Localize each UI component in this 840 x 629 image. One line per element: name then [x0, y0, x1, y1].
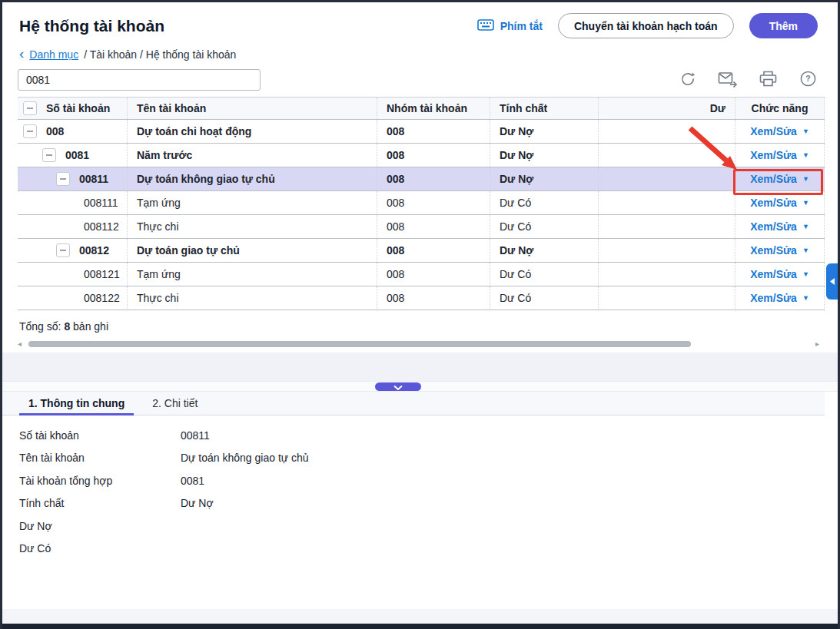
account-number: 00812: [79, 244, 109, 257]
collapse-all-toggle[interactable]: [23, 101, 37, 115]
minus-icon: [46, 154, 52, 156]
horizontal-scrollbar[interactable]: ◂ ▸: [18, 340, 822, 348]
minus-icon: [27, 108, 33, 109]
detail-field-row: Tên tài khoảnDự toán không giao tự chủ: [19, 447, 838, 470]
column-header-label: Dư: [710, 102, 725, 114]
detail-fields: Số tài khoản00811Tên tài khoảnDự toán kh…: [2, 415, 838, 560]
collapse-detail-button[interactable]: [375, 382, 421, 391]
column-header-4: Dư: [599, 98, 735, 119]
view-edit-label: Xem/Sửa: [750, 173, 797, 185]
account-group: 008: [387, 220, 404, 233]
view-edit-label: Xem/Sửa: [750, 292, 797, 304]
view-edit-label: Xem/Sửa: [750, 197, 797, 209]
record-count-label: Tổng số:: [19, 320, 61, 333]
account-cell: 008: [18, 120, 128, 143]
view-edit-label: Xem/Sửa: [750, 125, 797, 137]
detail-field-value: Dư Nợ: [181, 497, 214, 509]
detail-field-label: Tên tài khoản: [19, 452, 181, 464]
column-header-3: Tính chất: [490, 98, 599, 119]
shortcut-label: Phím tắt: [500, 20, 543, 32]
help-button[interactable]: ?: [798, 70, 818, 90]
detail-field-value: 0081: [181, 475, 204, 487]
detail-field-row: Số tài khoản00811: [19, 424, 838, 447]
tree-collapse-toggle[interactable]: [56, 172, 70, 186]
table-row[interactable]: 00812Dự toán giao tự chủ008Dư NợXem/Sửa▼: [18, 239, 825, 263]
account-number: 008112: [84, 220, 119, 233]
view-edit-link[interactable]: Xem/Sửa▼: [750, 173, 809, 185]
account-number: 008122: [84, 292, 120, 304]
print-button[interactable]: [758, 70, 778, 90]
view-edit-link[interactable]: Xem/Sửa▼: [750, 220, 809, 233]
account-name: Tạm ứng: [137, 197, 181, 209]
chevron-down-icon: ▼: [802, 127, 809, 135]
tree-collapse-toggle[interactable]: [23, 124, 37, 138]
column-header-label: Số tài khoản: [46, 102, 110, 114]
balance-cell: [599, 144, 735, 167]
view-edit-link[interactable]: Xem/Sửa▼: [750, 292, 809, 304]
view-edit-link[interactable]: Xem/Sửa▼: [750, 244, 809, 257]
scroll-right-icon[interactable]: ▸: [815, 340, 819, 348]
transfer-account-button[interactable]: Chuyển tài khoản hạch toán: [558, 13, 734, 38]
balance-cell: [599, 263, 735, 286]
table-row[interactable]: 00811Dự toán không giao tự chủ008Dư NợXe…: [18, 167, 825, 191]
column-header-label: Chức năng: [752, 102, 808, 114]
table-row[interactable]: 008112Thực chi008Dư CóXem/Sửa▼: [18, 215, 825, 239]
detail-field-label: Dư Có: [19, 542, 181, 555]
tab-general-info[interactable]: 1. Thông tin chung: [19, 392, 134, 415]
table-row[interactable]: 008121Tạm ứng008Dư CóXem/Sửa▼: [18, 263, 825, 286]
column-header-label: Tính chất: [500, 102, 547, 114]
table-row[interactable]: 0081Năm trước008Dư NợXem/Sửa▼: [18, 144, 825, 167]
toolbar-row: ?: [2, 61, 838, 95]
chevron-down-icon: ▼: [802, 294, 809, 302]
view-edit-link[interactable]: Xem/Sửa▼: [750, 125, 809, 137]
search-input[interactable]: [18, 69, 261, 91]
view-edit-link[interactable]: Xem/Sửa▼: [750, 268, 809, 280]
expand-side-panel-tab[interactable]: [826, 263, 838, 300]
minus-icon: [60, 178, 66, 180]
account-number: 008121: [84, 268, 120, 280]
account-name: Dự toán không giao tự chủ: [137, 173, 275, 185]
account-cell: 008111: [18, 191, 128, 214]
add-button[interactable]: Thêm: [749, 13, 818, 38]
minus-icon: [60, 250, 66, 251]
record-count-value: 8: [64, 320, 70, 333]
breadcrumb-path: / Tài khoản / Hệ thống tài khoản: [84, 48, 236, 61]
account-cell: 00811: [18, 167, 128, 190]
scroll-left-icon[interactable]: ◂: [18, 340, 22, 348]
tab-details[interactable]: 2. Chi tiết: [143, 392, 207, 415]
view-edit-link[interactable]: Xem/Sửa▼: [750, 149, 809, 161]
breadcrumb-back-link[interactable]: Danh mục: [29, 48, 78, 61]
back-chevron-icon[interactable]: ‹: [19, 48, 24, 59]
page-title: Hệ thống tài khoản: [19, 17, 164, 35]
view-edit-label: Xem/Sửa: [750, 268, 797, 280]
refresh-button[interactable]: [678, 70, 698, 90]
table-row[interactable]: 008122Thực chi008Dư CóXem/Sửa▼: [18, 286, 825, 310]
app-window: Hệ thống tài khoản Phím tắt Chuyển tài k…: [0, 0, 840, 629]
account-name: Năm trước: [137, 149, 192, 161]
section-gap: [2, 353, 838, 381]
view-edit-link[interactable]: Xem/Sửa▼: [750, 197, 809, 209]
account-name: Thực chi: [137, 220, 179, 233]
detail-field-value: 00811: [181, 429, 210, 442]
table-header-row: Số tài khoảnTên tài khoảnNhóm tài khoảnT…: [18, 97, 825, 120]
table-row[interactable]: 008111Tạm ứng008Dư CóXem/Sửa▼: [18, 191, 825, 215]
tree-collapse-toggle[interactable]: [42, 148, 56, 162]
view-edit-label: Xem/Sửa: [750, 244, 797, 257]
tree-collapse-toggle[interactable]: [56, 243, 70, 257]
bottom-bar: [2, 624, 838, 629]
balance-cell: [599, 167, 735, 190]
view-edit-label: Xem/Sửa: [750, 220, 797, 233]
account-group: 008: [387, 173, 404, 185]
record-count: Tổng số: 8 bản ghi: [2, 310, 838, 333]
send-mail-button[interactable]: [718, 70, 738, 90]
chevron-down-icon: ▼: [802, 223, 809, 230]
shortcut-link[interactable]: Phím tắt: [477, 19, 543, 33]
detail-tabbar: 1. Thông tin chung 2. Chi tiết: [2, 392, 825, 415]
account-cell: 008121: [18, 263, 128, 286]
account-cell: 008112: [18, 215, 128, 238]
table-row[interactable]: 008Dự toán chi hoạt động008Dư NợXem/Sửa▼: [18, 120, 825, 144]
record-count-unit: bản ghi: [73, 320, 108, 333]
account-nature: Dư Nợ: [500, 149, 533, 161]
scrollbar-thumb[interactable]: [28, 341, 691, 347]
help-icon: ?: [799, 70, 817, 90]
